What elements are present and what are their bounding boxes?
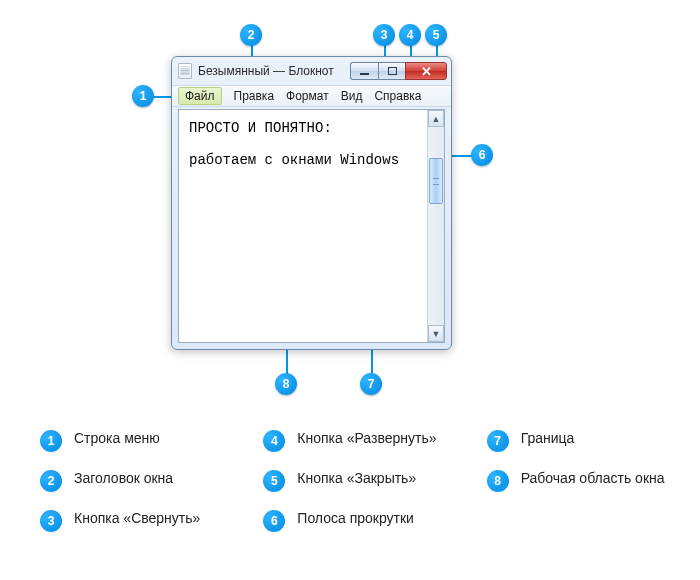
menu-format[interactable]: Формат xyxy=(286,89,329,103)
legend-num-2: 2 xyxy=(40,470,62,492)
callout-5: 5 xyxy=(425,24,447,46)
scroll-down-button[interactable]: ▼ xyxy=(428,325,444,342)
callout-3: 3 xyxy=(373,24,395,46)
leader-7 xyxy=(371,347,373,375)
client-area: ПРОСТО И ПОНЯТНО: работаем с окнами Wind… xyxy=(178,109,445,343)
legend-item-8: 8 Рабочая область окна xyxy=(487,470,680,492)
minimize-icon xyxy=(360,73,369,75)
callout-4: 4 xyxy=(399,24,421,46)
legend-num-7: 7 xyxy=(487,430,509,452)
notepad-window: Безымянный — Блокнот ✕ Файл Правка Форма… xyxy=(171,56,452,350)
menu-help[interactable]: Справка xyxy=(374,89,421,103)
legend-item-4: 4 Кнопка «Развернуть» xyxy=(263,430,456,452)
callout-1: 1 xyxy=(132,85,154,107)
menu-edit[interactable]: Правка xyxy=(234,89,275,103)
callout-8: 8 xyxy=(275,373,297,395)
callout-2: 2 xyxy=(240,24,262,46)
vertical-scrollbar[interactable]: ▲ ▼ xyxy=(427,110,444,342)
close-button[interactable]: ✕ xyxy=(405,62,447,80)
legend-label-6: Полоса прокрутки xyxy=(297,510,414,528)
minimize-button[interactable] xyxy=(350,62,378,80)
scroll-up-button[interactable]: ▲ xyxy=(428,110,444,127)
legend-label-3: Кнопка «Свернуть» xyxy=(74,510,200,528)
legend-label-2: Заголовок окна xyxy=(74,470,173,488)
menu-file[interactable]: Файл xyxy=(178,87,222,105)
legend-item-5: 5 Кнопка «Закрыть» xyxy=(263,470,456,492)
legend-label-8: Рабочая область окна xyxy=(521,470,665,488)
scroll-thumb[interactable] xyxy=(429,158,443,204)
legend-label-7: Граница xyxy=(521,430,575,448)
legend-label-4: Кнопка «Развернуть» xyxy=(297,430,436,448)
legend-item-6: 6 Полоса прокрутки xyxy=(263,510,456,532)
legend-num-1: 1 xyxy=(40,430,62,452)
legend-item-3: 3 Кнопка «Свернуть» xyxy=(40,510,233,532)
legend-col-3: 7 Граница 8 Рабочая область окна xyxy=(487,430,680,532)
legend-item-7: 7 Граница xyxy=(487,430,680,452)
text-area[interactable]: ПРОСТО И ПОНЯТНО: работаем с окнами Wind… xyxy=(179,110,427,342)
menubar: Файл Правка Формат Вид Справка xyxy=(172,85,451,107)
body-line-1: ПРОСТО И ПОНЯТНО: xyxy=(189,120,332,136)
legend-num-3: 3 xyxy=(40,510,62,532)
maximize-button[interactable] xyxy=(378,62,406,80)
legend-num-6: 6 xyxy=(263,510,285,532)
close-icon: ✕ xyxy=(421,65,432,78)
callout-6: 6 xyxy=(471,144,493,166)
window-buttons: ✕ xyxy=(350,62,447,80)
legend-num-8: 8 xyxy=(487,470,509,492)
window-title: Безымянный — Блокнот xyxy=(198,64,344,78)
legend-label-1: Строка меню xyxy=(74,430,160,448)
legend: 1 Строка меню 2 Заголовок окна 3 Кнопка … xyxy=(40,430,680,532)
callout-7: 7 xyxy=(360,373,382,395)
legend-item-2: 2 Заголовок окна xyxy=(40,470,233,492)
notepad-icon xyxy=(178,63,192,79)
legend-label-5: Кнопка «Закрыть» xyxy=(297,470,416,488)
legend-col-1: 1 Строка меню 2 Заголовок окна 3 Кнопка … xyxy=(40,430,233,532)
body-line-2: работаем с окнами Windows xyxy=(189,152,399,168)
titlebar[interactable]: Безымянный — Блокнот ✕ xyxy=(172,57,451,85)
legend-num-5: 5 xyxy=(263,470,285,492)
legend-item-1: 1 Строка меню xyxy=(40,430,233,452)
maximize-icon xyxy=(388,67,397,75)
legend-col-2: 4 Кнопка «Развернуть» 5 Кнопка «Закрыть»… xyxy=(263,430,456,532)
menu-view[interactable]: Вид xyxy=(341,89,363,103)
legend-num-4: 4 xyxy=(263,430,285,452)
